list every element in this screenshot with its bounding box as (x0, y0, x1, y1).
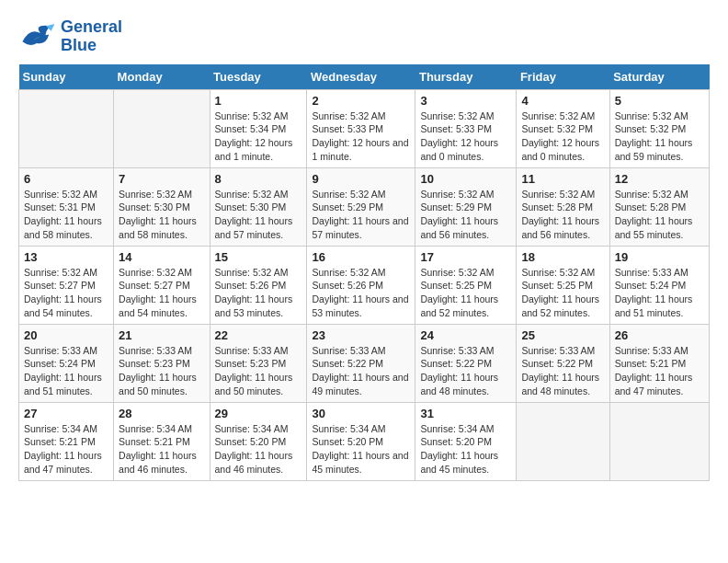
calendar-cell: 27Sunrise: 5:34 AM Sunset: 5:21 PM Dayli… (19, 402, 114, 480)
calendar-week-3: 13Sunrise: 5:32 AM Sunset: 5:27 PM Dayli… (19, 246, 710, 324)
day-number: 9 (312, 172, 410, 186)
calendar-cell: 18Sunrise: 5:32 AM Sunset: 5:25 PM Dayli… (517, 246, 609, 324)
calendar-cell: 8Sunrise: 5:32 AM Sunset: 5:30 PM Daylig… (210, 167, 307, 246)
calendar-cell: 29Sunrise: 5:34 AM Sunset: 5:20 PM Dayli… (210, 402, 307, 480)
calendar-cell: 1Sunrise: 5:32 AM Sunset: 5:34 PM Daylig… (210, 89, 307, 167)
weekday-header-thursday: Thursday (415, 64, 517, 90)
day-number: 14 (119, 250, 204, 264)
calendar-week-2: 6Sunrise: 5:32 AM Sunset: 5:31 PM Daylig… (19, 167, 710, 246)
day-info: Sunrise: 5:34 AM Sunset: 5:20 PM Dayligh… (312, 422, 410, 477)
calendar-week-5: 27Sunrise: 5:34 AM Sunset: 5:21 PM Dayli… (19, 402, 710, 480)
day-number: 27 (24, 407, 108, 420)
day-info: Sunrise: 5:32 AM Sunset: 5:28 PM Dayligh… (615, 188, 704, 242)
calendar-cell: 3Sunrise: 5:32 AM Sunset: 5:33 PM Daylig… (415, 89, 517, 167)
day-info: Sunrise: 5:32 AM Sunset: 5:33 PM Dayligh… (420, 109, 511, 164)
day-info: Sunrise: 5:32 AM Sunset: 5:26 PM Dayligh… (215, 266, 302, 320)
calendar-week-4: 20Sunrise: 5:33 AM Sunset: 5:24 PM Dayli… (19, 324, 710, 402)
weekday-header-tuesday: Tuesday (210, 64, 307, 90)
day-number: 5 (615, 94, 704, 108)
day-info: Sunrise: 5:33 AM Sunset: 5:21 PM Dayligh… (615, 344, 704, 398)
page-header: General Blue (18, 18, 710, 55)
day-info: Sunrise: 5:32 AM Sunset: 5:29 PM Dayligh… (312, 188, 410, 242)
day-number: 31 (420, 407, 511, 420)
calendar-cell: 16Sunrise: 5:32 AM Sunset: 5:26 PM Dayli… (307, 246, 415, 324)
day-number: 1 (215, 94, 302, 108)
day-info: Sunrise: 5:32 AM Sunset: 5:25 PM Dayligh… (420, 266, 511, 320)
calendar-cell: 5Sunrise: 5:32 AM Sunset: 5:32 PM Daylig… (609, 89, 709, 167)
day-info: Sunrise: 5:34 AM Sunset: 5:21 PM Dayligh… (119, 422, 204, 477)
day-info: Sunrise: 5:34 AM Sunset: 5:21 PM Dayligh… (24, 422, 108, 477)
day-info: Sunrise: 5:32 AM Sunset: 5:31 PM Dayligh… (24, 188, 108, 242)
day-number: 22 (215, 328, 302, 342)
calendar-cell: 25Sunrise: 5:33 AM Sunset: 5:22 PM Dayli… (517, 324, 609, 402)
calendar-cell: 31Sunrise: 5:34 AM Sunset: 5:20 PM Dayli… (415, 402, 517, 480)
day-number: 6 (24, 172, 108, 186)
calendar-cell: 15Sunrise: 5:32 AM Sunset: 5:26 PM Dayli… (210, 246, 307, 324)
calendar-cell (114, 89, 210, 167)
calendar-cell: 14Sunrise: 5:32 AM Sunset: 5:27 PM Dayli… (114, 246, 210, 324)
day-info: Sunrise: 5:33 AM Sunset: 5:22 PM Dayligh… (312, 344, 410, 398)
weekday-header-friday: Friday (517, 64, 609, 90)
day-number: 15 (215, 250, 302, 264)
day-info: Sunrise: 5:33 AM Sunset: 5:22 PM Dayligh… (521, 344, 604, 398)
day-number: 11 (521, 172, 604, 186)
calendar-cell: 24Sunrise: 5:33 AM Sunset: 5:22 PM Dayli… (415, 324, 517, 402)
calendar-cell: 21Sunrise: 5:33 AM Sunset: 5:23 PM Dayli… (114, 324, 210, 402)
weekday-header-sunday: Sunday (19, 64, 114, 90)
day-number: 19 (615, 250, 704, 264)
day-number: 2 (312, 94, 410, 108)
day-number: 8 (215, 172, 302, 186)
day-info: Sunrise: 5:33 AM Sunset: 5:24 PM Dayligh… (24, 344, 108, 398)
day-number: 3 (420, 94, 511, 108)
day-number: 30 (312, 407, 410, 420)
calendar-table: SundayMondayTuesdayWednesdayThursdayFrid… (18, 64, 710, 481)
day-info: Sunrise: 5:33 AM Sunset: 5:23 PM Dayligh… (215, 344, 302, 398)
day-number: 20 (24, 328, 108, 342)
day-number: 7 (119, 172, 204, 186)
day-number: 25 (521, 328, 604, 342)
calendar-cell: 19Sunrise: 5:33 AM Sunset: 5:24 PM Dayli… (609, 246, 709, 324)
logo: General Blue (18, 18, 122, 55)
day-number: 28 (119, 407, 204, 420)
calendar-cell: 4Sunrise: 5:32 AM Sunset: 5:32 PM Daylig… (517, 89, 609, 167)
day-info: Sunrise: 5:32 AM Sunset: 5:26 PM Dayligh… (312, 266, 410, 320)
day-info: Sunrise: 5:32 AM Sunset: 5:27 PM Dayligh… (119, 266, 204, 320)
day-number: 10 (420, 172, 511, 186)
calendar-cell: 13Sunrise: 5:32 AM Sunset: 5:27 PM Dayli… (19, 246, 114, 324)
calendar-cell: 26Sunrise: 5:33 AM Sunset: 5:21 PM Dayli… (609, 324, 709, 402)
day-info: Sunrise: 5:33 AM Sunset: 5:24 PM Dayligh… (615, 266, 704, 320)
day-number: 23 (312, 328, 410, 342)
calendar-week-1: 1Sunrise: 5:32 AM Sunset: 5:34 PM Daylig… (19, 89, 710, 167)
day-number: 17 (420, 250, 511, 264)
day-number: 26 (615, 328, 704, 342)
day-info: Sunrise: 5:32 AM Sunset: 5:28 PM Dayligh… (521, 188, 604, 242)
day-number: 18 (521, 250, 604, 264)
calendar-cell: 2Sunrise: 5:32 AM Sunset: 5:33 PM Daylig… (307, 89, 415, 167)
calendar-cell: 6Sunrise: 5:32 AM Sunset: 5:31 PM Daylig… (19, 167, 114, 246)
day-info: Sunrise: 5:34 AM Sunset: 5:20 PM Dayligh… (420, 422, 511, 477)
day-info: Sunrise: 5:34 AM Sunset: 5:20 PM Dayligh… (215, 422, 302, 477)
weekday-header-monday: Monday (114, 64, 210, 90)
calendar-cell (609, 402, 709, 480)
day-number: 29 (215, 407, 302, 420)
calendar-cell (19, 89, 114, 167)
day-info: Sunrise: 5:32 AM Sunset: 5:29 PM Dayligh… (420, 188, 511, 242)
day-number: 4 (521, 94, 604, 108)
calendar-cell: 23Sunrise: 5:33 AM Sunset: 5:22 PM Dayli… (307, 324, 415, 402)
calendar-cell: 9Sunrise: 5:32 AM Sunset: 5:29 PM Daylig… (307, 167, 415, 246)
logo-bird-icon (18, 20, 55, 52)
calendar-cell: 10Sunrise: 5:32 AM Sunset: 5:29 PM Dayli… (415, 167, 517, 246)
calendar-cell (517, 402, 609, 480)
weekday-header-row: SundayMondayTuesdayWednesdayThursdayFrid… (19, 64, 710, 90)
logo-text: General Blue (61, 18, 122, 55)
day-info: Sunrise: 5:33 AM Sunset: 5:23 PM Dayligh… (119, 344, 204, 398)
calendar-cell: 17Sunrise: 5:32 AM Sunset: 5:25 PM Dayli… (415, 246, 517, 324)
weekday-header-wednesday: Wednesday (307, 64, 415, 90)
calendar-cell: 7Sunrise: 5:32 AM Sunset: 5:30 PM Daylig… (114, 167, 210, 246)
calendar-cell: 22Sunrise: 5:33 AM Sunset: 5:23 PM Dayli… (210, 324, 307, 402)
day-info: Sunrise: 5:32 AM Sunset: 5:30 PM Dayligh… (215, 188, 302, 242)
day-number: 13 (24, 250, 108, 264)
day-number: 16 (312, 250, 410, 264)
calendar-cell: 11Sunrise: 5:32 AM Sunset: 5:28 PM Dayli… (517, 167, 609, 246)
day-info: Sunrise: 5:32 AM Sunset: 5:34 PM Dayligh… (215, 109, 302, 164)
